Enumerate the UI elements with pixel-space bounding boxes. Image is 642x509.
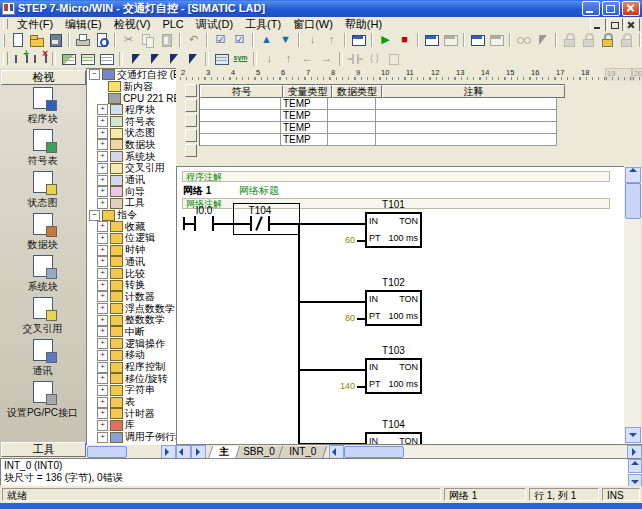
expand-plus-icon[interactable]: + [97, 373, 108, 384]
pointer-tool-icon[interactable] [127, 51, 144, 67]
collapse-minus-icon[interactable]: − [89, 69, 100, 80]
paste-icon[interactable] [158, 32, 175, 48]
program-status-icon[interactable] [423, 32, 440, 48]
nc-contact-icon[interactable] [250, 216, 252, 231]
menu-view[interactable]: 检视(V) [108, 18, 157, 31]
expand-plus-icon[interactable]: + [97, 315, 108, 326]
line-left-icon[interactable]: ← [299, 51, 316, 67]
tab-scroll-right-button[interactable] [191, 445, 206, 459]
sort-descending-icon[interactable]: ↑ [323, 32, 340, 48]
line-right-icon[interactable]: → [318, 51, 335, 67]
expand-plus-icon[interactable]: + [97, 432, 108, 443]
scroll-right-button[interactable] [161, 445, 176, 459]
sidebar-item-communications[interactable]: 通讯 [0, 337, 85, 379]
expand-plus-icon[interactable]: + [97, 350, 108, 361]
unforce-icon[interactable] [580, 32, 597, 48]
select-pointer-icon[interactable] [534, 32, 551, 48]
no-contact-icon[interactable] [194, 216, 196, 231]
scroll-up-button[interactable] [628, 459, 642, 473]
table-cell[interactable] [200, 110, 281, 122]
table-cell[interactable] [328, 122, 376, 134]
row-header[interactable] [185, 114, 197, 127]
tree-item-17[interactable]: +比较 [87, 268, 177, 280]
tree-hscrollbar[interactable] [86, 445, 176, 457]
expand-plus-icon[interactable]: + [97, 303, 108, 314]
table-cell[interactable] [328, 134, 376, 146]
menu-window[interactable]: 窗口(W) [287, 18, 339, 31]
timer-box-T102[interactable]: INTONPT100 ms [365, 290, 422, 326]
expand-plus-icon[interactable]: + [97, 362, 108, 373]
timer-box-T103[interactable]: INTONPT100 ms [365, 358, 422, 394]
table-cell[interactable] [376, 122, 557, 134]
expand-plus-icon[interactable]: + [97, 385, 108, 396]
expand-plus-icon[interactable]: + [97, 256, 108, 267]
table-cell[interactable]: TEMP [281, 122, 328, 134]
expand-plus-icon[interactable]: + [97, 397, 108, 408]
menu-plc[interactable]: PLC [156, 18, 189, 31]
force-edit-icon[interactable] [599, 32, 616, 48]
tree-item-4[interactable]: +符号表 [87, 116, 177, 128]
tools-bar-header[interactable]: 工具 [1, 442, 86, 457]
glasses-icon[interactable] [515, 32, 532, 48]
tree-item-9[interactable]: +通讯 [87, 174, 177, 186]
scroll-up-button[interactable] [625, 167, 641, 183]
table-cell[interactable] [200, 122, 281, 134]
expand-plus-icon[interactable]: + [97, 151, 108, 162]
save-project-icon[interactable] [47, 32, 64, 48]
output-vscrollbar[interactable] [628, 459, 641, 485]
insert-contact-icon[interactable] [347, 51, 364, 67]
tree-item-27[interactable]: +字符串 [87, 385, 177, 397]
tree-item-26[interactable]: +移位/旋转 [87, 373, 177, 385]
restore-button[interactable] [602, 1, 620, 16]
sidebar-item-program-block[interactable]: 程序块 [0, 85, 85, 127]
scroll-right-button[interactable] [627, 445, 642, 459]
new-file-icon[interactable] [9, 32, 26, 48]
tree-item-12[interactable]: −指令 [87, 209, 177, 221]
minimize-button[interactable] [582, 1, 600, 16]
row-header[interactable] [185, 129, 197, 142]
scroll-thumb[interactable] [625, 183, 641, 219]
expand-plus-icon[interactable]: + [97, 221, 108, 232]
expand-plus-icon[interactable]: + [97, 104, 108, 115]
program-comment[interactable]: 程序注解 [182, 171, 610, 182]
toggle-poc-grid-icon[interactable] [98, 51, 115, 67]
tree-item-15[interactable]: +时钟 [87, 244, 177, 256]
insert-coil-icon[interactable]: ( ) [366, 51, 383, 67]
menu-debug[interactable]: 调试(D) [190, 18, 239, 31]
table-cell[interactable] [200, 98, 281, 110]
line-up-icon[interactable]: ↑ [280, 51, 297, 67]
expand-plus-icon[interactable]: + [97, 280, 108, 291]
compile-icon[interactable]: ☑ [212, 32, 229, 48]
row-header[interactable] [185, 144, 197, 157]
expand-plus-icon[interactable]: + [97, 408, 108, 419]
sidebar-item-cross-reference[interactable]: 交叉引用 [0, 295, 85, 337]
scroll-thumb[interactable] [87, 446, 127, 458]
tree-item-20[interactable]: +浮点数数学 [87, 303, 177, 315]
mdi-minimize-button[interactable] [590, 18, 606, 32]
expand-plus-icon[interactable]: + [97, 420, 108, 431]
editor-hscrollbar[interactable] [329, 446, 642, 458]
tree-item-14[interactable]: +位逻辑 [87, 233, 177, 245]
scroll-left-button[interactable] [329, 445, 344, 459]
sidebar-item-symbol-table[interactable]: 符号表 [0, 127, 85, 169]
table-cell[interactable] [328, 98, 376, 110]
tree-item-22[interactable]: +中断 [87, 326, 177, 338]
line-down-icon[interactable]: ↓ [261, 51, 278, 67]
sort-ascending-icon[interactable]: ↓ [304, 32, 321, 48]
expand-plus-icon[interactable]: + [97, 128, 108, 139]
download-icon[interactable]: ▼ [277, 32, 294, 48]
timer-box-T101[interactable]: INTONPT100 ms [365, 212, 422, 248]
tree-item-24[interactable]: +移动 [87, 350, 177, 362]
copy-icon[interactable] [139, 32, 156, 48]
tree-item-29[interactable]: +计时器 [87, 408, 177, 420]
tree-item-23[interactable]: +逻辑操作 [87, 338, 177, 350]
tree-item-0[interactable]: −交通灯自控 (E:\Work [87, 69, 177, 81]
tab-INT_0[interactable]: INT_0 [278, 446, 327, 459]
chart-status-icon[interactable] [469, 32, 486, 48]
expand-plus-icon[interactable]: + [97, 175, 108, 186]
tree-item-18[interactable]: +转换 [87, 279, 177, 291]
menu-edit[interactable]: 编辑(E) [59, 18, 108, 31]
mdi-restore-button[interactable] [607, 18, 623, 32]
row-header[interactable] [185, 84, 197, 97]
toggle-symbol-info-table-icon[interactable] [79, 51, 96, 67]
